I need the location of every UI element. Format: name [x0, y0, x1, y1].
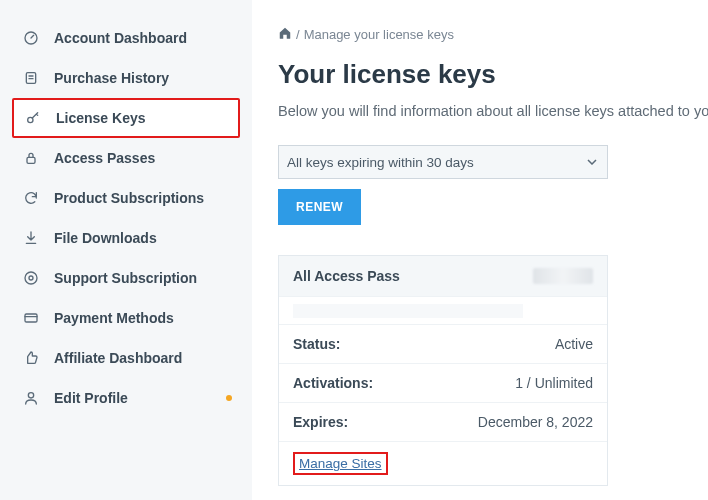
- download-icon: [20, 230, 42, 246]
- lock-icon: [20, 150, 42, 166]
- sidebar-item-access-passes[interactable]: Access Passes: [12, 138, 240, 178]
- manage-sites-link[interactable]: Manage Sites: [293, 452, 388, 475]
- sidebar-item-label: Purchase History: [54, 70, 169, 86]
- breadcrumb: / Manage your license keys: [278, 26, 708, 43]
- sidebar-item-label: Product Subscriptions: [54, 190, 204, 206]
- sidebar: Account Dashboard Purchase History Licen…: [0, 0, 252, 500]
- redacted-text: [293, 304, 523, 318]
- expiry-filter-select[interactable]: All keys expiring within 30 days: [278, 145, 608, 179]
- breadcrumb-current: Manage your license keys: [304, 27, 454, 42]
- sidebar-item-support-subscription[interactable]: Support Subscription: [12, 258, 240, 298]
- sidebar-item-payment-methods[interactable]: Payment Methods: [12, 298, 240, 338]
- thumbs-up-icon: [20, 350, 42, 366]
- row-label: Expires:: [293, 414, 348, 430]
- sidebar-item-label: Account Dashboard: [54, 30, 187, 46]
- license-card-header: All Access Pass: [279, 256, 607, 296]
- license-key-row: [279, 296, 607, 324]
- svg-point-7: [28, 393, 33, 398]
- key-icon: [22, 110, 44, 126]
- svg-rect-3: [27, 157, 35, 163]
- sidebar-item-label: Affiliate Dashboard: [54, 350, 182, 366]
- svg-point-5: [29, 276, 33, 280]
- sidebar-item-file-downloads[interactable]: File Downloads: [12, 218, 240, 258]
- credit-card-icon: [20, 310, 42, 326]
- sidebar-item-label: License Keys: [56, 110, 146, 126]
- sidebar-item-purchase-history[interactable]: Purchase History: [12, 58, 240, 98]
- page-title: Your license keys: [278, 59, 708, 90]
- license-row-expires: Expires: December 8, 2022: [279, 402, 607, 441]
- main-content: / Manage your license keys Your license …: [252, 0, 708, 500]
- svg-rect-6: [25, 314, 37, 322]
- license-row-activations: Activations: 1 / Unlimited: [279, 363, 607, 402]
- sidebar-item-label: Edit Profile: [54, 390, 128, 406]
- page-description: Below you will find information about al…: [278, 100, 708, 123]
- license-card: All Access Pass Status: Active Activatio…: [278, 255, 608, 486]
- license-actions-row: Manage Sites: [279, 441, 607, 485]
- license-name: All Access Pass: [293, 268, 400, 284]
- row-value: 1 / Unlimited: [515, 375, 593, 391]
- renew-button[interactable]: RENEW: [278, 189, 361, 225]
- row-label: Activations:: [293, 375, 373, 391]
- sidebar-item-license-keys[interactable]: License Keys: [12, 98, 240, 138]
- notification-dot: [226, 395, 232, 401]
- row-value: December 8, 2022: [478, 414, 593, 430]
- svg-point-4: [25, 272, 37, 284]
- receipt-icon: [20, 70, 42, 86]
- dashboard-icon: [20, 30, 42, 46]
- home-icon[interactable]: [278, 26, 292, 43]
- sidebar-item-label: Payment Methods: [54, 310, 174, 326]
- row-label: Status:: [293, 336, 340, 352]
- sidebar-item-product-subscriptions[interactable]: Product Subscriptions: [12, 178, 240, 218]
- license-row-status: Status: Active: [279, 324, 607, 363]
- sidebar-item-label: Support Subscription: [54, 270, 197, 286]
- license-key-redacted: [533, 268, 593, 284]
- sidebar-item-label: File Downloads: [54, 230, 157, 246]
- sidebar-item-edit-profile[interactable]: Edit Profile: [12, 378, 240, 418]
- breadcrumb-sep: /: [296, 27, 300, 42]
- user-icon: [20, 390, 42, 406]
- sidebar-item-affiliate-dashboard[interactable]: Affiliate Dashboard: [12, 338, 240, 378]
- refresh-icon: [20, 190, 42, 206]
- sidebar-item-label: Access Passes: [54, 150, 155, 166]
- row-value: Active: [555, 336, 593, 352]
- support-icon: [20, 270, 42, 286]
- sidebar-item-account-dashboard[interactable]: Account Dashboard: [12, 18, 240, 58]
